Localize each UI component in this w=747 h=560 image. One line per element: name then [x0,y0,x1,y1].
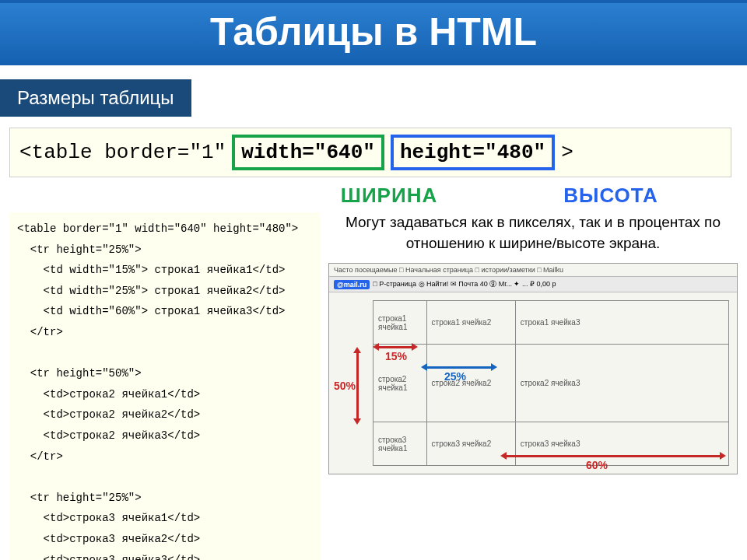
browser-toolbar-items: □ Р-страница ◎ Найти! ✉ Почта 40 ⓖ Мг...… [373,279,556,289]
pct-row-50: 50% [334,380,356,392]
browser-toolbar-mail: @mail.ru □ Р-страница ◎ Найти! ✉ Почта 4… [329,277,737,292]
source-code-block: <table border="1" width="640" height="48… [9,212,321,560]
pct-col-60: 60% [586,459,608,471]
arrow-col-60 [500,448,726,464]
table-cell: строка3 ячейка1 [374,422,427,466]
table-cell: строка2 ячейка2 [426,345,515,422]
pct-col-25: 25% [444,370,466,383]
table-cell: строка1 ячейка2 [426,301,515,345]
code-suffix: > [561,141,573,164]
code-banner: <table border="1" width="640" height="48… [9,128,731,177]
slide-title-bar: Таблицы в HTML [0,0,747,65]
height-label: ВЫСОТА [490,184,731,208]
slide-title: Таблицы в HTML [0,9,747,54]
description-text: Могут задаваться как в пикселях, так и в… [328,212,738,254]
mail-badge: @mail.ru [334,280,370,289]
table-row: строка1 ячейка1 строка1 ячейка2 строка1 … [374,301,729,345]
table-row: строка2 ячейка1 строка2 ячейка2 строка2 … [374,345,729,422]
demo-table: строка1 ячейка1 строка1 ячейка2 строка1 … [373,300,729,466]
code-height-attr: height="480" [391,135,555,170]
code-prefix: <table border="1" [19,141,226,164]
attr-labels-row: ШИРИНА ВЫСОТА [9,184,731,208]
subheading: Размеры таблицы [0,79,191,117]
code-width-attr: width="640" [232,135,384,170]
table-cell: строка2 ячейка3 [515,345,728,422]
width-label: ШИРИНА [288,184,490,208]
browser-preview: Часто посещаемые □ Начальная страница □ … [328,263,738,474]
table-cell: строка1 ячейка3 [515,301,728,345]
browser-toolbar-bookmarks: Часто посещаемые □ Начальная страница □ … [329,264,737,277]
pct-col-15: 15% [385,350,407,362]
table-cell: строка1 ячейка1 [374,301,427,345]
demo-table-wrap: строка1 ячейка1 строка1 ячейка2 строка1 … [329,292,737,474]
